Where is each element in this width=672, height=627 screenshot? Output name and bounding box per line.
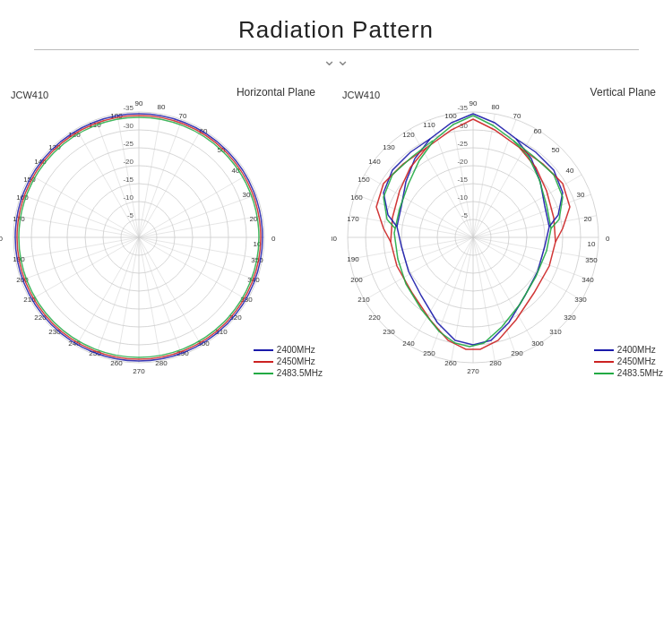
horizontal-plane-label: Horizontal Plane: [237, 86, 315, 99]
svg-line-24: [139, 237, 257, 280]
svg-text:0: 0: [606, 235, 610, 243]
svg-text:220: 220: [368, 314, 381, 322]
horizontal-polar-svg: -5 -10 -15 -20 -25 -30 -35 90 80 70 60: [0, 99, 332, 376]
svg-text:180: 180: [332, 235, 338, 243]
svg-text:190: 190: [347, 255, 359, 263]
svg-text:140: 140: [368, 158, 381, 166]
horizontal-chart-container: JCW410 Horizontal Plane: [0, 81, 332, 385]
divider-line: [34, 49, 639, 50]
svg-text:100: 100: [444, 112, 457, 120]
svg-line-100: [356, 237, 474, 280]
svg-text:-5: -5: [461, 211, 469, 219]
svg-text:30: 30: [577, 191, 585, 199]
svg-line-22: [96, 237, 139, 356]
v-legend-line-2483: [594, 373, 614, 374]
vertical-plane-label: Vertical Plane: [590, 86, 656, 99]
svg-text:290: 290: [511, 349, 523, 357]
svg-line-23: [139, 237, 182, 356]
svg-text:-25: -25: [123, 140, 134, 148]
svg-text:250: 250: [423, 349, 435, 357]
svg-text:340: 340: [582, 276, 594, 284]
svg-text:150: 150: [358, 176, 370, 184]
svg-text:90: 90: [135, 99, 143, 107]
svg-text:200: 200: [350, 276, 363, 284]
page-title: Radiation Pattern: [0, 16, 672, 44]
v-legend-label-2400: 2400MHz: [617, 345, 656, 355]
svg-line-21: [22, 237, 140, 280]
svg-text:-10: -10: [457, 193, 468, 202]
legend-item-2483: 2483.5MHz: [254, 368, 323, 378]
svg-text:-25: -25: [457, 140, 468, 148]
svg-text:-5: -5: [127, 211, 134, 219]
svg-text:240: 240: [402, 339, 415, 348]
legend-label-2400: 2400MHz: [277, 345, 315, 355]
svg-text:160: 160: [350, 193, 363, 202]
svg-text:20: 20: [584, 215, 592, 223]
svg-text:350: 350: [585, 256, 598, 264]
svg-text:130: 130: [383, 143, 395, 151]
v-legend-label-2483: 2483.5MHz: [617, 368, 663, 378]
svg-line-17: [139, 194, 257, 237]
legend-label-2483: 2483.5MHz: [277, 368, 323, 378]
svg-text:330: 330: [574, 296, 587, 304]
v-legend-item-2450: 2450MHz: [594, 356, 663, 366]
svg-text:-20: -20: [457, 158, 468, 166]
svg-text:70: 70: [513, 112, 521, 120]
vertical-polar-svg: -5 -10 -15 -20 -25 -30 -35 90 80 70 60 5…: [332, 99, 672, 376]
legend-label-2450: 2450MHz: [277, 356, 315, 366]
v-legend-item-2483: 2483.5MHz: [594, 368, 663, 378]
vertical-chart-container: JCW410 Vertical Plane: [332, 81, 672, 385]
svg-line-99: [356, 194, 474, 237]
svg-text:320: 320: [564, 314, 576, 322]
svg-text:120: 120: [402, 131, 415, 139]
v-legend-line-2400: [594, 349, 614, 351]
svg-text:-20: -20: [123, 158, 134, 166]
svg-text:270: 270: [133, 367, 145, 375]
legend-line-2450: [254, 361, 273, 363]
svg-text:280: 280: [489, 359, 502, 367]
svg-text:90: 90: [470, 99, 478, 107]
svg-text:310: 310: [549, 328, 562, 336]
v-legend-label-2450: 2450MHz: [617, 356, 656, 366]
svg-text:40: 40: [566, 167, 574, 175]
svg-text:-30: -30: [123, 122, 134, 130]
v-legend-line-2450: [594, 361, 614, 363]
svg-text:60: 60: [534, 127, 542, 135]
svg-text:300: 300: [531, 339, 544, 348]
svg-text:-35: -35: [457, 104, 468, 112]
svg-text:10: 10: [588, 240, 596, 248]
svg-text:-10: -10: [123, 193, 134, 202]
legend-line-2400: [254, 349, 273, 351]
svg-text:230: 230: [383, 328, 395, 336]
vertical-legend: 2400MHz 2450MHz 2483.5MHz: [594, 345, 663, 378]
page-container: Radiation Pattern ⌄⌄ JCW410 Horizontal P…: [0, 0, 672, 627]
svg-text:50: 50: [552, 146, 560, 154]
svg-text:80: 80: [492, 103, 500, 111]
svg-text:80: 80: [158, 103, 166, 111]
svg-text:70: 70: [179, 112, 187, 120]
svg-text:-35: -35: [123, 104, 134, 112]
svg-line-103: [473, 237, 591, 280]
v-legend-item-2400: 2400MHz: [594, 345, 663, 355]
svg-text:210: 210: [358, 296, 370, 304]
svg-line-96: [473, 194, 591, 237]
svg-line-20: [22, 194, 140, 237]
legend-line-2483: [254, 373, 273, 374]
svg-text:110: 110: [423, 121, 435, 129]
svg-line-18: [139, 120, 182, 238]
legend-item-2400: 2400MHz: [254, 345, 323, 355]
svg-text:-15: -15: [457, 176, 468, 184]
charts-row: JCW410 Horizontal Plane: [0, 81, 672, 385]
svg-text:0: 0: [271, 235, 276, 243]
divider-icon: ⌄⌄: [0, 52, 672, 68]
svg-text:280: 280: [155, 359, 168, 367]
svg-text:170: 170: [347, 215, 359, 223]
title-section: Radiation Pattern ⌄⌄: [0, 0, 672, 72]
svg-text:-15: -15: [123, 176, 134, 184]
svg-text:270: 270: [467, 367, 479, 375]
horizontal-legend: 2400MHz 2450MHz 2483.5MHz: [254, 345, 323, 378]
svg-text:180: 180: [0, 235, 4, 243]
legend-item-2450: 2450MHz: [254, 356, 323, 366]
svg-text:260: 260: [444, 359, 457, 367]
svg-text:260: 260: [110, 359, 123, 367]
